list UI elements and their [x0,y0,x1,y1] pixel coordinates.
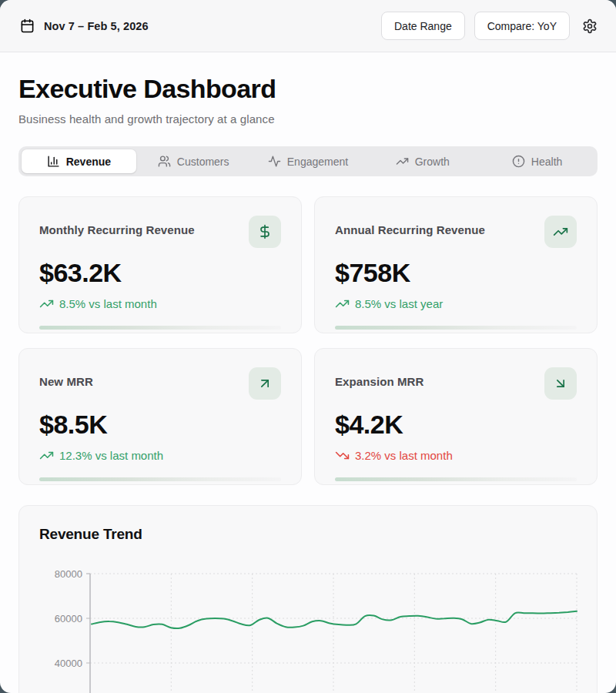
arrow-down-right-icon [544,367,577,400]
page-title: Executive Dashboard [18,74,598,104]
calendar-icon [20,18,35,33]
svg-text:40000: 40000 [55,658,82,669]
sparkline-bar [39,326,281,330]
kpi-value: $8.5K [39,410,281,440]
gear-icon [582,18,598,34]
tab-label: Growth [415,156,450,168]
tab-label: Customers [177,156,229,168]
trending-up-icon [544,216,577,248]
trending-down-icon [335,448,350,463]
svg-text:60000: 60000 [55,613,82,624]
revenue-trend-chart: 800006000040000 [39,563,577,693]
svg-text:80000: 80000 [55,568,82,580]
kpi-grid: Monthly Recurring Revenue $63.2K 8.5% vs… [18,196,598,485]
kpi-delta: 8.5% vs last year [335,296,577,311]
bar-chart-icon [47,155,60,168]
settings-button[interactable] [582,18,598,34]
kpi-card-arr: Annual Recurring Revenue $758K 8.5% vs l… [314,196,598,333]
kpi-card-new-mrr: New MRR $8.5K 12.3% vs last month [18,348,302,485]
activity-icon [268,155,281,168]
trending-up-icon [39,448,54,463]
trending-up-icon [396,155,409,168]
kpi-delta: 8.5% vs last month [39,296,281,311]
revenue-trend-card: Revenue Trend 800006000040000 [18,505,598,693]
kpi-delta-text: 8.5% vs last month [59,297,157,310]
dollar-icon [249,216,281,248]
kpi-delta: 3.2% vs last month [335,448,577,463]
topbar-actions: Date Range Compare: YoY [381,12,598,40]
metric-tabs: Revenue Customers Engagement Growth Heal… [18,146,598,176]
tab-label: Health [531,156,562,168]
chart-title: Revenue Trend [39,526,577,543]
page-subtitle: Business health and growth trajectory at… [18,112,598,126]
arrow-up-right-icon [249,367,281,400]
kpi-title: Monthly Recurring Revenue [39,216,195,236]
kpi-value: $758K [335,258,577,288]
trending-up-icon [335,296,350,311]
tab-label: Engagement [287,156,348,168]
kpi-title: Annual Recurring Revenue [335,216,485,236]
sparkline-bar [335,477,577,481]
kpi-value: $4.2K [335,410,577,440]
sparkline-bar [39,477,281,481]
dashboard-window: Nov 7 – Feb 5, 2026 Date Range Compare: … [0,0,616,693]
tab-customers[interactable]: Customers [136,149,251,173]
kpi-delta: 12.3% vs last month [39,448,281,463]
tab-label: Revenue [66,156,111,168]
sparkline-bar [335,326,577,330]
kpi-value: $63.2K [39,258,281,288]
tab-health[interactable]: Health [480,149,594,173]
kpi-delta-text: 12.3% vs last month [59,449,163,462]
date-range-button[interactable]: Date Range [381,12,465,40]
topbar: Nov 7 – Feb 5, 2026 Date Range Compare: … [0,0,616,52]
date-range-display[interactable]: Nov 7 – Feb 5, 2026 [20,18,149,33]
tab-growth[interactable]: Growth [365,149,480,173]
kpi-card-mrr: Monthly Recurring Revenue $63.2K 8.5% vs… [18,196,302,333]
date-range-text: Nov 7 – Feb 5, 2026 [44,20,149,32]
kpi-delta-text: 8.5% vs last year [355,297,443,310]
kpi-card-expansion-mrr: Expansion MRR $4.2K 3.2% vs last month [314,348,598,485]
compare-yoy-button[interactable]: Compare: YoY [474,12,570,40]
alert-circle-icon [512,155,525,168]
kpi-delta-text: 3.2% vs last month [355,449,453,462]
main-content: Executive Dashboard Business health and … [0,52,616,693]
trending-up-icon [39,296,54,311]
tab-engagement[interactable]: Engagement [251,149,366,173]
users-icon [158,155,171,168]
kpi-title: New MRR [39,367,93,388]
kpi-title: Expansion MRR [335,367,424,388]
tab-revenue[interactable]: Revenue [22,149,136,173]
